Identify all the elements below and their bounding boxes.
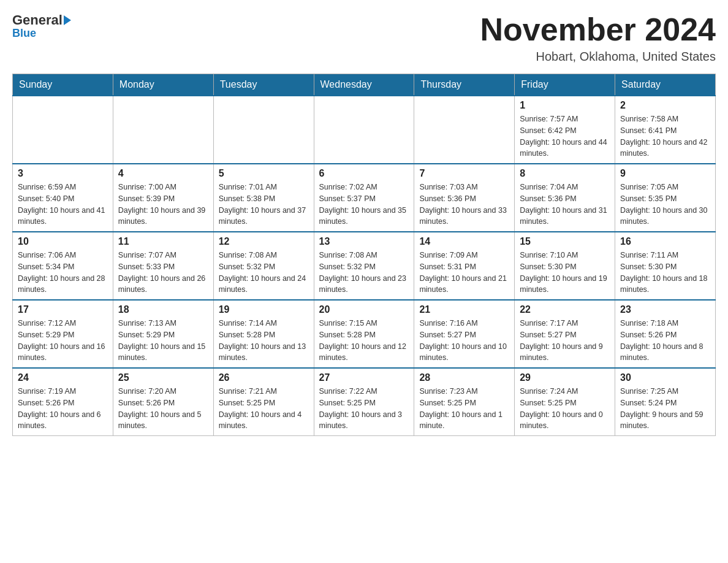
week-row-4: 17Sunrise: 7:12 AMSunset: 5:29 PMDayligh… [13, 300, 716, 368]
logo-general: General [12, 12, 63, 28]
day-number: 13 [319, 236, 409, 247]
day-info: Sunrise: 7:17 AMSunset: 5:27 PMDaylight:… [520, 318, 610, 364]
day-number: 9 [620, 168, 710, 179]
calendar-cell: 3Sunrise: 6:59 AMSunset: 5:40 PMDaylight… [13, 164, 113, 232]
calendar-cell [414, 96, 515, 164]
day-info: Sunrise: 7:05 AMSunset: 5:35 PMDaylight:… [620, 182, 710, 228]
calendar-cell: 27Sunrise: 7:22 AMSunset: 5:25 PMDayligh… [314, 368, 414, 436]
week-row-5: 24Sunrise: 7:19 AMSunset: 5:26 PMDayligh… [13, 368, 716, 436]
day-info: Sunrise: 7:24 AMSunset: 5:25 PMDaylight:… [520, 386, 610, 432]
week-row-2: 3Sunrise: 6:59 AMSunset: 5:40 PMDaylight… [13, 164, 716, 232]
day-number: 14 [419, 236, 509, 247]
day-number: 17 [18, 304, 108, 315]
day-info: Sunrise: 7:23 AMSunset: 5:25 PMDaylight:… [419, 386, 509, 432]
header-sunday: Sunday [13, 74, 113, 96]
header-saturday: Saturday [615, 74, 716, 96]
header-tuesday: Tuesday [213, 74, 314, 96]
day-number: 3 [18, 168, 108, 179]
day-info: Sunrise: 7:57 AMSunset: 6:42 PMDaylight:… [520, 113, 610, 159]
day-number: 22 [520, 304, 610, 315]
day-number: 30 [620, 372, 710, 383]
day-info: Sunrise: 7:15 AMSunset: 5:28 PMDaylight:… [319, 318, 409, 364]
calendar-title: November 2024 [480, 12, 716, 47]
header-friday: Friday [515, 74, 615, 96]
day-info: Sunrise: 6:59 AMSunset: 5:40 PMDaylight:… [18, 182, 108, 228]
location-subtitle: Hobart, Oklahoma, United States [480, 50, 716, 64]
calendar-table: Sunday Monday Tuesday Wednesday Thursday… [12, 74, 716, 436]
day-number: 8 [520, 168, 610, 179]
logo-triangle-icon [64, 15, 71, 25]
day-info: Sunrise: 7:19 AMSunset: 5:26 PMDaylight:… [18, 386, 108, 432]
calendar-cell: 30Sunrise: 7:25 AMSunset: 5:24 PMDayligh… [615, 368, 716, 436]
day-info: Sunrise: 7:02 AMSunset: 5:37 PMDaylight:… [319, 182, 409, 228]
calendar-cell: 16Sunrise: 7:11 AMSunset: 5:30 PMDayligh… [615, 232, 716, 300]
day-info: Sunrise: 7:12 AMSunset: 5:29 PMDaylight:… [18, 318, 108, 364]
day-number: 21 [419, 304, 509, 315]
day-number: 20 [319, 304, 409, 315]
calendar-cell: 23Sunrise: 7:18 AMSunset: 5:26 PMDayligh… [615, 300, 716, 368]
day-info: Sunrise: 7:11 AMSunset: 5:30 PMDaylight:… [620, 250, 710, 296]
logo-area: General Blue [12, 12, 72, 40]
calendar-cell: 8Sunrise: 7:04 AMSunset: 5:36 PMDaylight… [515, 164, 615, 232]
day-info: Sunrise: 7:25 AMSunset: 5:24 PMDaylight:… [620, 386, 710, 432]
calendar-cell [213, 96, 314, 164]
day-info: Sunrise: 7:03 AMSunset: 5:36 PMDaylight:… [419, 182, 509, 228]
header-thursday: Thursday [414, 74, 515, 96]
day-number: 7 [419, 168, 509, 179]
day-number: 29 [520, 372, 610, 383]
calendar-cell [113, 96, 213, 164]
week-row-1: 1Sunrise: 7:57 AMSunset: 6:42 PMDaylight… [13, 96, 716, 164]
day-info: Sunrise: 7:07 AMSunset: 5:33 PMDaylight:… [118, 250, 208, 296]
calendar-cell: 10Sunrise: 7:06 AMSunset: 5:34 PMDayligh… [13, 232, 113, 300]
day-info: Sunrise: 7:09 AMSunset: 5:31 PMDaylight:… [419, 250, 509, 296]
header: General Blue November 2024 Hobart, Oklah… [12, 12, 716, 64]
calendar-cell: 12Sunrise: 7:08 AMSunset: 5:32 PMDayligh… [213, 232, 314, 300]
day-number: 27 [319, 372, 409, 383]
logo-blue: Blue [12, 27, 36, 40]
day-info: Sunrise: 7:13 AMSunset: 5:29 PMDaylight:… [118, 318, 208, 364]
calendar-cell: 5Sunrise: 7:01 AMSunset: 5:38 PMDaylight… [213, 164, 314, 232]
day-info: Sunrise: 7:14 AMSunset: 5:28 PMDaylight:… [219, 318, 309, 364]
calendar-cell: 2Sunrise: 7:58 AMSunset: 6:41 PMDaylight… [615, 96, 716, 164]
calendar-cell: 18Sunrise: 7:13 AMSunset: 5:29 PMDayligh… [113, 300, 213, 368]
calendar-cell: 7Sunrise: 7:03 AMSunset: 5:36 PMDaylight… [414, 164, 515, 232]
day-info: Sunrise: 7:22 AMSunset: 5:25 PMDaylight:… [319, 386, 409, 432]
day-number: 2 [620, 100, 710, 111]
calendar-cell: 14Sunrise: 7:09 AMSunset: 5:31 PMDayligh… [414, 232, 515, 300]
day-number: 25 [118, 372, 208, 383]
day-info: Sunrise: 7:18 AMSunset: 5:26 PMDaylight:… [620, 318, 710, 364]
calendar-cell: 29Sunrise: 7:24 AMSunset: 5:25 PMDayligh… [515, 368, 615, 436]
day-info: Sunrise: 7:20 AMSunset: 5:26 PMDaylight:… [118, 386, 208, 432]
day-number: 12 [219, 236, 309, 247]
day-info: Sunrise: 7:58 AMSunset: 6:41 PMDaylight:… [620, 113, 710, 159]
title-area: November 2024 Hobart, Oklahoma, United S… [480, 12, 716, 64]
calendar-cell: 21Sunrise: 7:16 AMSunset: 5:27 PMDayligh… [414, 300, 515, 368]
calendar-cell: 28Sunrise: 7:23 AMSunset: 5:25 PMDayligh… [414, 368, 515, 436]
day-info: Sunrise: 7:04 AMSunset: 5:36 PMDaylight:… [520, 182, 610, 228]
calendar-cell: 17Sunrise: 7:12 AMSunset: 5:29 PMDayligh… [13, 300, 113, 368]
calendar-cell: 4Sunrise: 7:00 AMSunset: 5:39 PMDaylight… [113, 164, 213, 232]
logo: General [12, 12, 72, 28]
calendar-cell: 6Sunrise: 7:02 AMSunset: 5:37 PMDaylight… [314, 164, 414, 232]
calendar-cell: 13Sunrise: 7:08 AMSunset: 5:32 PMDayligh… [314, 232, 414, 300]
day-number: 1 [520, 100, 610, 111]
calendar-cell: 24Sunrise: 7:19 AMSunset: 5:26 PMDayligh… [13, 368, 113, 436]
calendar-cell: 1Sunrise: 7:57 AMSunset: 6:42 PMDaylight… [515, 96, 615, 164]
day-number: 24 [18, 372, 108, 383]
day-number: 10 [18, 236, 108, 247]
day-info: Sunrise: 7:08 AMSunset: 5:32 PMDaylight:… [319, 250, 409, 296]
day-info: Sunrise: 7:01 AMSunset: 5:38 PMDaylight:… [219, 182, 309, 228]
day-number: 19 [219, 304, 309, 315]
calendar-cell: 20Sunrise: 7:15 AMSunset: 5:28 PMDayligh… [314, 300, 414, 368]
calendar-cell [314, 96, 414, 164]
week-row-3: 10Sunrise: 7:06 AMSunset: 5:34 PMDayligh… [13, 232, 716, 300]
calendar-cell: 25Sunrise: 7:20 AMSunset: 5:26 PMDayligh… [113, 368, 213, 436]
day-info: Sunrise: 7:06 AMSunset: 5:34 PMDaylight:… [18, 250, 108, 296]
day-number: 15 [520, 236, 610, 247]
day-number: 23 [620, 304, 710, 315]
day-info: Sunrise: 7:08 AMSunset: 5:32 PMDaylight:… [219, 250, 309, 296]
day-number: 6 [319, 168, 409, 179]
day-info: Sunrise: 7:21 AMSunset: 5:25 PMDaylight:… [219, 386, 309, 432]
header-monday: Monday [113, 74, 213, 96]
calendar-header-row: Sunday Monday Tuesday Wednesday Thursday… [13, 74, 716, 96]
